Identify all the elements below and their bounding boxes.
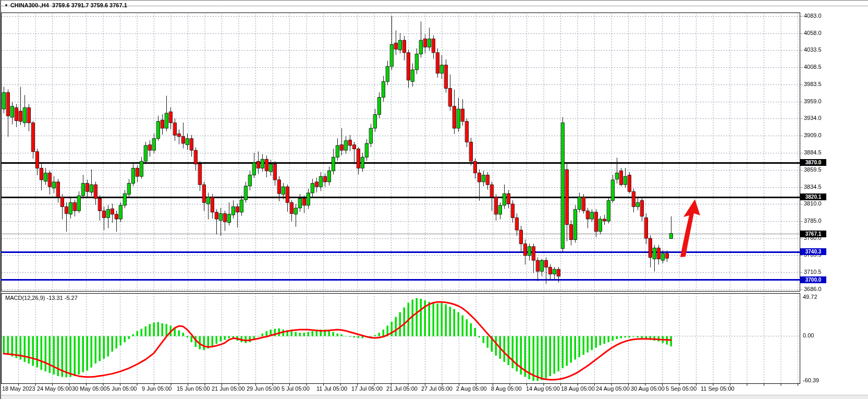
price-axis-tick: 3959.0 — [804, 98, 822, 104]
time-axis-label: 11 Jul 05:00 — [316, 385, 347, 392]
time-axis-label: 21 Jul 05:00 — [386, 385, 418, 392]
price-axis-tick: 3859.5 — [804, 166, 822, 173]
price-axis-tick: 4058.0 — [804, 30, 822, 36]
price-axis-tick: 4008.5 — [804, 64, 822, 70]
symbol-period-label: CHINA300-,H4 — [10, 2, 49, 8]
current-price-tag: 3767.1 — [800, 231, 826, 237]
price-axis-tick: 3983.5 — [804, 81, 822, 87]
price-axis-tick: 3785.0 — [804, 217, 822, 224]
price-axis-tick: 3884.5 — [804, 149, 822, 155]
time-axis-label: 9 Jun 05:00 — [142, 385, 172, 392]
time-axis-label: 24 Aug 05:00 — [596, 385, 630, 392]
time-axis-label: 18 May 2023 — [2, 385, 35, 392]
price-axis-tick: 3686.0 — [804, 286, 822, 292]
price-axis-tick: 4033.5 — [804, 46, 822, 53]
symbol-dropdown-icon[interactable]: ▼ — [4, 3, 8, 8]
time-axis-label: 18 Aug 05:00 — [561, 385, 595, 392]
time-axis-label: 5 Sep 05:00 — [666, 385, 696, 392]
price-axis-tick: 3909.0 — [804, 132, 822, 138]
time-axis-label: 5 Jun 05:00 — [107, 385, 137, 392]
support-line-price-tag[interactable]: 3700.0 — [800, 276, 826, 283]
chart-window: ▼CHINA300-,H4 3759.6 3791.7 3759.6 3767.… — [0, 0, 868, 399]
resistance-line-price-tag[interactable]: 3820.1 — [800, 194, 826, 200]
chart-title: ▼CHINA300-,H4 3759.6 3791.7 3759.6 3767.… — [4, 2, 127, 8]
price-axis-tick: 3834.5 — [804, 184, 822, 190]
time-axis-label: 21 Jun 05:00 — [212, 385, 245, 392]
macd-axis-zero: 0.00 — [803, 332, 814, 338]
price-chart-canvas[interactable] — [1, 1, 868, 399]
price-axis-tick: 3710.5 — [804, 269, 822, 275]
macd-axis-max: 49.72 — [803, 294, 817, 300]
macd-indicator-label: MACD(12,26,9) -13.31 -5.27 — [5, 295, 78, 301]
time-axis-label: 14 Aug 05:00 — [526, 385, 560, 392]
price-axis-tick: 4083.0 — [804, 13, 822, 19]
macd-axis-min: -60.39 — [803, 377, 819, 383]
support-line-price-tag[interactable]: 3740.3 — [800, 248, 826, 255]
resistance-line-price-tag[interactable]: 3870.0 — [800, 159, 826, 166]
time-axis-label: 30 May 05:00 — [72, 385, 107, 392]
price-axis-tick: 3810.0 — [804, 200, 822, 207]
price-axis-tick: 3934.0 — [804, 115, 822, 121]
time-axis-label: 8 Aug 05:00 — [491, 385, 522, 392]
time-axis-label: 11 Sep 05:00 — [701, 385, 735, 392]
time-axis-label: 17 Jul 05:00 — [351, 385, 383, 392]
time-axis-label: 30 Aug 05:00 — [631, 385, 665, 392]
window-bottom-strip — [1, 395, 868, 399]
ohlc-readout: 3759.6 3791.7 3759.6 3767.1 — [52, 2, 127, 8]
time-axis-label: 5 Jul 05:00 — [282, 385, 310, 392]
time-axis-label: 2 Aug 05:00 — [456, 385, 487, 392]
time-axis-label: 24 May 05:00 — [37, 385, 72, 392]
time-axis-label: 15 Jun 05:00 — [177, 385, 210, 392]
time-axis-label: 27 Jul 05:00 — [421, 385, 453, 392]
time-axis-label: 29 Jun 05:00 — [247, 385, 280, 392]
